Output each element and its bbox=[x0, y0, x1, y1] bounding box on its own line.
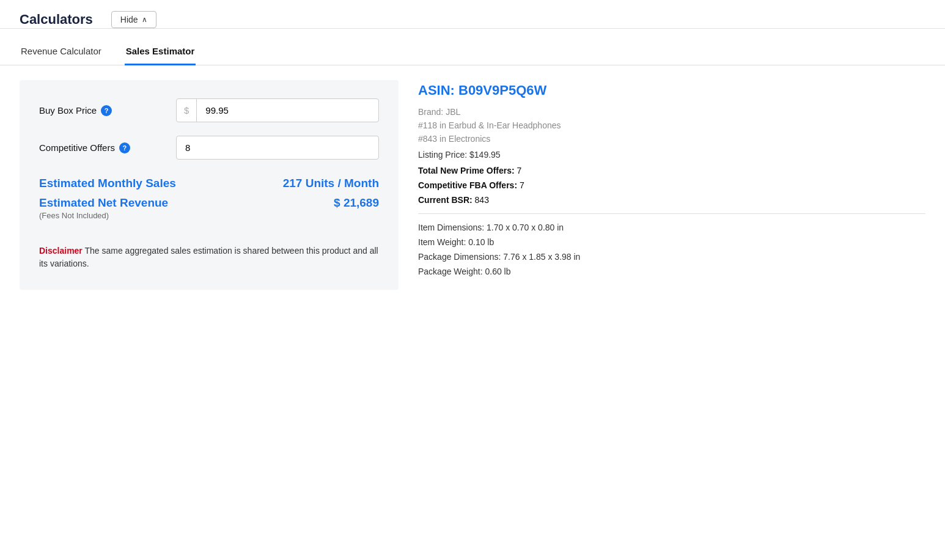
item-weight: Item Weight: 0.10 lb bbox=[418, 237, 925, 247]
package-weight: Package Weight: 0.60 lb bbox=[418, 267, 925, 276]
package-dimensions: Package Dimensions: 7.76 x 1.85 x 3.98 i… bbox=[418, 252, 925, 262]
listing-price-info: Listing Price: $149.95 bbox=[418, 150, 925, 160]
asin-title: ASIN: B09V9P5Q6W bbox=[418, 83, 925, 98]
disclaimer-label: Disclaimer bbox=[39, 246, 83, 256]
left-panel: Buy Box Price ? $ Competitive Offers ? E… bbox=[20, 80, 399, 290]
competitive-offers-help-icon[interactable]: ? bbox=[119, 142, 130, 153]
page-title: Calculators bbox=[20, 12, 93, 28]
buy-box-price-label: Buy Box Price ? bbox=[39, 105, 161, 116]
fees-note: (Fees Not Included) bbox=[39, 211, 168, 220]
right-panel: ASIN: B09V9P5Q6W Brand: JBL #118 in Earb… bbox=[418, 80, 925, 281]
disclaimer-block: Disclaimer The same aggregated sales est… bbox=[39, 245, 379, 270]
competitive-offers-input[interactable] bbox=[176, 136, 379, 160]
total-new-prime-offers-info: Total New Prime Offers: 7 bbox=[418, 166, 925, 175]
chevron-icon: ∧ bbox=[142, 15, 147, 24]
estimated-net-revenue-label: Estimated Net Revenue bbox=[39, 196, 168, 210]
brand-info: Brand: JBL bbox=[418, 107, 925, 117]
dollar-prefix: $ bbox=[177, 99, 197, 122]
tabs-bar: Revenue Calculator Sales Estimator bbox=[0, 41, 945, 65]
hide-label: Hide bbox=[120, 15, 138, 24]
rank2-info: #843 in Electronics bbox=[418, 134, 925, 144]
divider bbox=[418, 213, 925, 214]
header: Calculators Hide ∧ bbox=[0, 0, 945, 29]
disclaimer-text: The same aggregated sales estimation is … bbox=[39, 246, 378, 268]
item-dimensions: Item Dimensions: 1.70 x 0.70 x 0.80 in bbox=[418, 223, 925, 232]
estimated-monthly-sales-label: Estimated Monthly Sales bbox=[39, 177, 176, 190]
buy-box-price-input-wrapper: $ bbox=[176, 98, 379, 122]
dimensions-section: Item Dimensions: 1.70 x 0.70 x 0.80 in I… bbox=[418, 223, 925, 276]
buy-box-price-row: Buy Box Price ? $ bbox=[39, 98, 379, 122]
estimated-monthly-sales-row: Estimated Monthly Sales 217 Units / Mont… bbox=[39, 177, 379, 190]
rank1-info: #118 in Earbud & In-Ear Headphones bbox=[418, 120, 925, 130]
hide-button[interactable]: Hide ∧ bbox=[111, 11, 156, 28]
buy-box-price-input[interactable] bbox=[197, 99, 378, 122]
buy-box-help-icon[interactable]: ? bbox=[101, 105, 112, 116]
main-content: Buy Box Price ? $ Competitive Offers ? E… bbox=[0, 65, 945, 304]
estimated-net-revenue-label-group: Estimated Net Revenue (Fees Not Included… bbox=[39, 196, 168, 231]
current-bsr-info: Current BSR: 843 bbox=[418, 195, 925, 205]
competitive-offers-label: Competitive Offers ? bbox=[39, 142, 161, 153]
estimated-monthly-sales-value: 217 Units / Month bbox=[283, 177, 379, 190]
tab-sales-estimator[interactable]: Sales Estimator bbox=[125, 41, 196, 65]
results-section: Estimated Monthly Sales 217 Units / Mont… bbox=[39, 177, 379, 231]
estimated-net-revenue-value: $ 21,689 bbox=[334, 196, 379, 210]
estimated-net-revenue-row: Estimated Net Revenue (Fees Not Included… bbox=[39, 196, 379, 231]
competitive-offers-row: Competitive Offers ? bbox=[39, 136, 379, 160]
tab-revenue-calculator[interactable]: Revenue Calculator bbox=[20, 41, 103, 65]
competitive-fba-offers-info: Competitive FBA Offers: 7 bbox=[418, 180, 925, 190]
